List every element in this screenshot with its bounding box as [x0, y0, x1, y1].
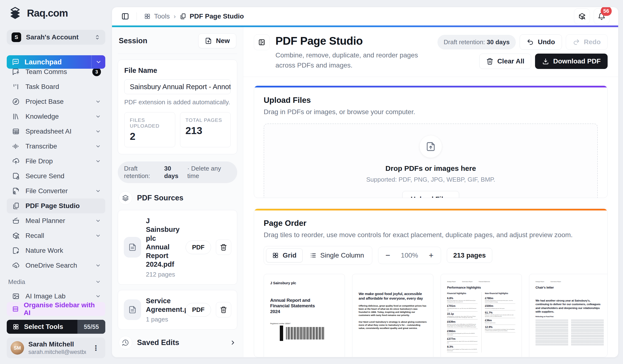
delete-source-button[interactable] — [216, 239, 231, 255]
sidebar-item-secure-send[interactable]: Secure Send — [7, 169, 105, 184]
file-name-card: File Name Sainsbury Annual Report - Anno… — [118, 60, 237, 154]
brand-name: Raq.com — [27, 7, 68, 19]
delete-source-button[interactable] — [216, 302, 231, 317]
sidebar-item-label: File Converter — [25, 187, 89, 195]
zoom-in-button[interactable]: + — [425, 249, 437, 262]
sidebar-item-label: Team Comms — [25, 69, 87, 76]
page-order-card: Page Order Drag tiles to reorder, use mo… — [254, 209, 608, 357]
sidebar-item-onedrive-search[interactable]: OneDrive Search — [7, 258, 105, 273]
chevron-down-icon — [95, 114, 101, 119]
sidebar-item-label: OneDrive Search — [25, 262, 89, 269]
card-accent-bar — [254, 209, 607, 211]
page-thumbnail[interactable]: Strategic Report Governance Report Finan… — [441, 274, 522, 357]
page-subtitle: Combine, remove, duplicate, and reorder … — [275, 50, 429, 70]
redo-button[interactable]: Redo — [566, 34, 608, 50]
sidebar-item-label: File Drop — [25, 157, 89, 165]
chevron-down-icon — [95, 128, 101, 134]
sidebar: Raq.com S Sarah's Account Launchpad Team… — [0, 0, 112, 364]
sidebar-item-recall[interactable]: Recall — [7, 228, 105, 243]
sidebar-item-label: AI Image Lab — [25, 292, 89, 300]
sidebar-item-label: Transcribe — [25, 143, 89, 150]
source-file-row[interactable]: Service Agreement.pdf 1 pages PDF — [118, 290, 237, 330]
file-upload-icon — [420, 135, 442, 158]
clear-all-button[interactable]: Clear All — [479, 54, 532, 69]
notifications-button[interactable]: 56 — [594, 8, 610, 24]
sidebar-item-label: PDF Page Studio — [25, 202, 101, 210]
image-icon — [12, 292, 20, 300]
select-tools-button[interactable]: Select Tools 55/55 — [7, 320, 105, 334]
sidebar-item-spreadsheet-ai[interactable]: Spreadsheet AI — [7, 124, 105, 139]
sidebar-item-pdf-page-studio[interactable]: PDF Page Studio — [7, 198, 105, 213]
undo-button[interactable]: Undo — [520, 34, 562, 50]
greeked-text — [535, 317, 604, 346]
user-card[interactable]: SM Sarah Mitchell sarah.mitchell@westbur… — [7, 338, 105, 358]
breadcrumb-current: PDF Page Studio — [179, 13, 244, 20]
single-column-view-button[interactable]: Single Column — [304, 249, 370, 262]
launchpad-expand-button[interactable] — [91, 55, 105, 69]
source-file-pages: 1 pages — [146, 316, 181, 323]
chevron-down-icon — [95, 59, 102, 65]
upload-title: Upload Files — [264, 96, 598, 105]
studio-scroll-area[interactable]: Upload Files Drag in PDFs or images, or … — [243, 77, 618, 357]
trash-icon — [220, 244, 227, 251]
sidebar-toggle-button[interactable] — [121, 12, 129, 21]
message-forward-icon — [12, 69, 20, 76]
file-leaf-icon — [12, 247, 20, 255]
dropzone-heading: Drop PDFs or images here — [385, 164, 476, 172]
user-menu-button[interactable]: ⋮ — [90, 344, 101, 352]
sidebar-item-file-converter[interactable]: File Converter — [7, 184, 105, 198]
chevron-down-icon — [95, 143, 101, 149]
recall-shortcut-button[interactable] — [574, 8, 590, 24]
sidebar-item-file-drop[interactable]: File Drop — [7, 154, 105, 169]
dropzone-supported: Supported: PDF, PNG, JPG, WEBP, GIF, BMP… — [366, 176, 495, 183]
page-thumbnail[interactable]: We make good food joyful, accessible and… — [352, 274, 433, 357]
page-thumbnail[interactable]: Strategic Report Governance Report Chair… — [529, 274, 608, 357]
file-plus-icon — [205, 37, 212, 44]
account-name: Sarah's Account — [26, 33, 89, 41]
saved-edits-row[interactable]: Saved Edits — [118, 336, 237, 349]
barcode-graphic — [286, 327, 324, 340]
launchpad-button[interactable]: Launchpad — [7, 55, 105, 69]
chevron-down-icon — [95, 293, 101, 299]
page-thumbnail[interactable]: J Sainsbury plc Annual Report and Financ… — [264, 274, 345, 357]
package-search-icon — [578, 13, 586, 20]
sidebar-item-knowledge[interactable]: Knowledge — [7, 109, 105, 124]
file-dropzone[interactable]: Drop PDFs or images here Supported: PDF,… — [264, 124, 598, 198]
sidebar-item-meal-planner[interactable]: Meal Planner — [7, 213, 105, 228]
organise-sidebar-button[interactable]: Organise Sidebar with AI — [7, 302, 105, 316]
chevron-down-icon — [95, 263, 101, 268]
main-panel: Tools › PDF Page Studio 56 — [112, 7, 618, 357]
new-session-button[interactable]: New — [198, 33, 236, 48]
sidebar-item-team-comms[interactable]: Team Comms 3 — [7, 69, 105, 79]
download-pdf-button[interactable]: Download PDF — [535, 54, 608, 69]
account-switcher[interactable]: S Sarah's Account — [7, 30, 105, 45]
media-section-label: Media — [8, 278, 25, 286]
cooking-pot-icon — [12, 217, 20, 225]
panel-left-icon — [121, 12, 129, 21]
zoom-out-button[interactable]: − — [382, 249, 394, 262]
sidebar-item-project-base[interactable]: Project Base — [7, 94, 105, 109]
cloud-search-icon — [12, 262, 20, 269]
upload-files-button[interactable]: Upload Files — [402, 191, 459, 198]
retention-pill: Draft retention: 30 days — [437, 35, 516, 49]
file-name-input[interactable]: Sainsbury Annual Report - Annotated — [124, 79, 231, 94]
sidebar-item-transcribe[interactable]: Transcribe — [7, 139, 105, 154]
session-panel: Session New File Name Sainsbury Annual R… — [112, 27, 243, 357]
source-file-name: Service Agreement.pdf — [146, 297, 181, 314]
chevron-down-icon — [95, 233, 101, 238]
page-title: PDF Page Studio — [275, 34, 429, 47]
source-file-row[interactable]: J Sainsbury plc Annual Report 2024.pdf 2… — [118, 210, 237, 285]
user-name: Sarah Mitchell — [28, 341, 86, 348]
pdf-sources-title: PDF Sources — [137, 194, 183, 202]
sidebar-item-nature-work[interactable]: Nature Work — [7, 243, 105, 258]
grid-view-button[interactable]: Grid — [266, 248, 303, 262]
collapse-panel-button[interactable] — [254, 34, 270, 50]
session-title: Session — [119, 37, 147, 45]
history-icon — [119, 336, 132, 349]
breadcrumb-tools[interactable]: Tools — [144, 13, 170, 20]
grid-icon — [144, 13, 151, 20]
sidebar-item-label: Meal Planner — [25, 217, 89, 225]
sidebar-section-media[interactable]: Media — [7, 275, 105, 289]
sidebar-item-task-board[interactable]: Task Board — [7, 79, 105, 94]
accent-gradient-bar — [112, 25, 618, 27]
